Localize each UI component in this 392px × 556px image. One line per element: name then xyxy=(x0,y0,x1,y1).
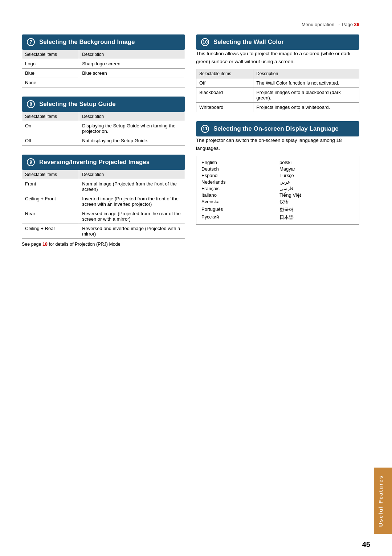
language-item: 汉语 xyxy=(279,199,354,205)
section-9-table: Selectable items Description FrontNormal… xyxy=(22,170,185,239)
item-cell: Rear xyxy=(22,209,79,224)
language-item: Français xyxy=(201,186,276,191)
section-8-col2: Description xyxy=(79,112,185,121)
item-cell: Blackboard xyxy=(196,88,253,103)
table-row: OffThe Wall Color function is not activa… xyxy=(196,78,359,88)
section-11-header: 11 Selecting the On-screen Display Langu… xyxy=(196,121,359,136)
section-8: 8 Selecting the Setup Guide Selectable i… xyxy=(22,97,185,146)
language-item: Tiếng Việt xyxy=(279,192,354,198)
language-item: 日本語 xyxy=(279,214,354,221)
section-7-col2: Description xyxy=(79,50,185,59)
section-7-num: 7 xyxy=(27,38,35,46)
section-11-desc: The projector can switch the on-screen d… xyxy=(196,136,359,152)
table-row: OnDisplaying the Setup Guide when turnin… xyxy=(22,121,185,136)
section-9-footer-rest: for details of Projection (PRJ) Mode. xyxy=(49,242,122,247)
section-7-col1: Selectable items xyxy=(22,50,79,59)
top-reference: Menu operation → Page 36 xyxy=(22,22,359,27)
table-row: OffNot displaying the Setup Guide. xyxy=(22,136,185,146)
section-9: 9 Reversing/Inverting Projected Images S… xyxy=(22,155,185,247)
section-11-title: Selecting the On-screen Display Language xyxy=(213,125,339,132)
item-cell: Off xyxy=(196,78,253,88)
section-8-title: Selecting the Setup Guide xyxy=(39,101,116,108)
table-row: Ceiling + RearReversed and inverted imag… xyxy=(22,224,185,239)
desc-cell: The Wall Color function is not activated… xyxy=(253,78,359,88)
language-item: English xyxy=(201,160,276,165)
desc-cell: Displaying the Setup Guide when turning … xyxy=(79,121,185,136)
section-9-col1: Selectable items xyxy=(22,170,79,179)
table-row: WhiteboardProjects images onto a whitebo… xyxy=(196,103,359,112)
section-10-header: 10 Selecting the Wall Color xyxy=(196,34,359,50)
language-item: عربي xyxy=(279,179,354,185)
item-cell: None xyxy=(22,78,79,87)
language-grid: EnglishpolskiDeutschMagyarEspañolTürkçeN… xyxy=(196,156,359,225)
item-cell: On xyxy=(22,121,79,136)
language-item: 한국어 xyxy=(279,207,354,213)
table-row: FrontNormal image (Projected from the fr… xyxy=(22,179,185,194)
item-cell: Ceiling + Front xyxy=(22,194,79,209)
item-cell: Blue xyxy=(22,69,79,78)
table-row: Ceiling + FrontInverted image (Projected… xyxy=(22,194,185,209)
sidebar-label: Useful Features xyxy=(374,468,392,534)
section-9-footer-page: 18 xyxy=(42,242,48,247)
section-9-footer-text: See page xyxy=(22,242,41,247)
item-cell: Logo xyxy=(22,59,79,69)
section-9-title: Reversing/Inverting Projected Images xyxy=(39,159,150,166)
section-10-desc: This function allows you to project the … xyxy=(196,50,359,65)
section-9-col2: Description xyxy=(79,170,185,179)
section-7: 7 Selecting the Background Image Selecta… xyxy=(22,34,185,87)
section-7-header: 7 Selecting the Background Image xyxy=(22,34,185,50)
language-item: polski xyxy=(279,160,354,165)
table-row: BlueBlue screen xyxy=(22,69,185,78)
top-ref-page: 36 xyxy=(354,22,359,27)
section-8-table: Selectable items Description OnDisplayin… xyxy=(22,112,185,146)
language-item: Nederlands xyxy=(201,179,276,185)
table-row: LogoSharp logo screen xyxy=(22,59,185,69)
section-10-num: 10 xyxy=(201,38,209,46)
section-10: 10 Selecting the Wall Color This functio… xyxy=(196,34,359,112)
table-row: RearReversed image (Projected from the r… xyxy=(22,209,185,224)
desc-cell: Normal image (Projected from the front o… xyxy=(79,179,185,194)
desc-cell: Sharp logo screen xyxy=(79,59,185,69)
item-cell: Off xyxy=(22,136,79,146)
language-item: Русский xyxy=(201,214,276,221)
section-8-header: 8 Selecting the Setup Guide xyxy=(22,97,185,112)
table-row: BlackboardProjects images onto a blackbo… xyxy=(196,88,359,103)
table-row: None— xyxy=(22,78,185,87)
sidebar-tab: Useful Features xyxy=(374,0,392,556)
section-9-header: 9 Reversing/Inverting Projected Images xyxy=(22,155,185,170)
language-item: Deutsch xyxy=(201,166,276,172)
page-number: 45 xyxy=(362,540,370,549)
language-item: Español xyxy=(201,173,276,178)
desc-cell: Inverted image (Projected from the front… xyxy=(79,194,185,209)
section-10-col1: Selectable items xyxy=(196,69,253,78)
section-7-title: Selecting the Background Image xyxy=(39,38,135,46)
item-cell: Ceiling + Rear xyxy=(22,224,79,239)
desc-cell: Not displaying the Setup Guide. xyxy=(79,136,185,146)
section-11-num: 11 xyxy=(201,125,209,133)
language-item: Italiano xyxy=(201,192,276,198)
language-item: فارسی xyxy=(279,186,354,191)
desc-cell: Reversed image (Projected from the rear … xyxy=(79,209,185,224)
item-cell: Whiteboard xyxy=(196,103,253,112)
section-11: 11 Selecting the On-screen Display Langu… xyxy=(196,121,359,225)
section-9-num: 9 xyxy=(27,158,35,166)
desc-cell: Blue screen xyxy=(79,69,185,78)
language-item: Magyar xyxy=(279,166,354,172)
section-10-title: Selecting the Wall Color xyxy=(213,38,284,46)
section-8-num: 8 xyxy=(27,100,35,108)
desc-cell: Projects images onto a blackboard (dark … xyxy=(253,88,359,103)
language-item: Português xyxy=(201,207,276,213)
section-9-footer: See page 18 for details of Projection (P… xyxy=(22,242,185,247)
top-ref-text: Menu operation → Page xyxy=(302,22,353,27)
section-10-col2: Description xyxy=(253,69,359,78)
language-item: Türkçe xyxy=(279,173,354,178)
section-8-col1: Selectable items xyxy=(22,112,79,121)
desc-cell: — xyxy=(79,78,185,87)
item-cell: Front xyxy=(22,179,79,194)
desc-cell: Projects images onto a whiteboard. xyxy=(253,103,359,112)
section-7-table: Selectable items Description LogoSharp l… xyxy=(22,50,185,87)
section-10-table: Selectable items Description OffThe Wall… xyxy=(196,69,359,112)
desc-cell: Reversed and inverted image (Projected w… xyxy=(79,224,185,239)
language-item: Svenska xyxy=(201,199,276,205)
